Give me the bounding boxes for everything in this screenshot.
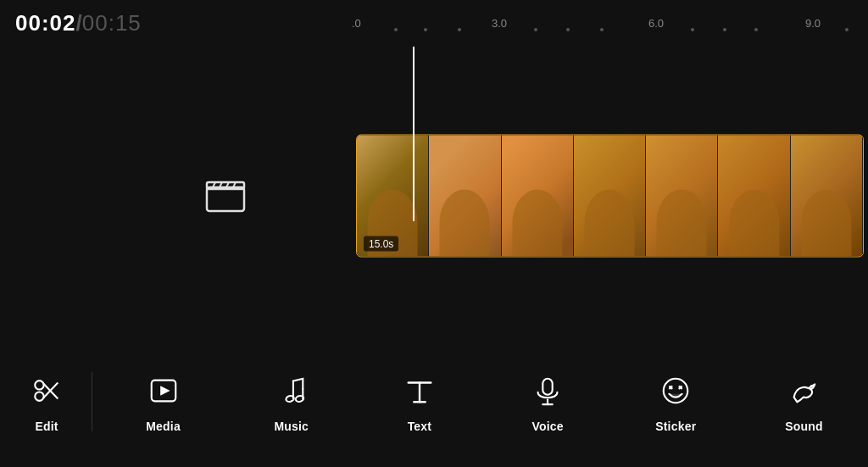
music-label: Music [274,420,309,433]
ruler-dot [845,28,849,31]
video-strip: 15.0s [356,134,864,257]
text-label: Text [408,420,432,433]
ruler-dot [424,28,427,31]
ruler-label: 3.0 [492,17,507,30]
sound-icon [783,370,824,411]
music-tool[interactable]: Music [227,362,355,442]
clapperboard-icon [203,177,248,214]
ruler-label: 6.0 [648,17,664,30]
ruler-dot [691,28,694,31]
timecode-current: 00:02 [15,10,76,36]
header: 00:02 / 00:15 .03.06.09.0 [0,0,868,47]
svg-point-15 [295,395,304,403]
media-tool[interactable]: Media [99,362,227,442]
timeline-area: 15.0s [0,47,868,344]
timecode-separator: / [76,10,82,36]
ruler-dot [458,28,461,31]
svg-point-6 [35,381,43,389]
media-label: Media [146,420,181,433]
ruler-dot [754,28,758,31]
playhead[interactable] [413,47,415,221]
video-frame [646,135,718,256]
edit-icon [26,370,67,411]
svg-point-29 [811,384,814,386]
ruler-dot [394,28,398,31]
text-icon [399,370,440,411]
video-frame [502,135,574,256]
svg-point-7 [35,392,43,400]
svg-rect-19 [542,378,552,394]
sound-label: Sound [785,420,823,433]
svg-point-22 [664,378,688,403]
edit-label: Edit [35,420,58,433]
toolbar: Edit Media Music [0,344,868,467]
video-frame [791,135,863,256]
clip-icon-area [203,177,248,214]
svg-point-14 [285,395,294,403]
voice-tool[interactable]: Voice [484,362,612,442]
ruler-label: .0 [352,17,361,30]
sound-tool[interactable]: Sound [740,362,868,442]
media-icon [143,370,184,411]
svg-marker-11 [160,386,170,395]
video-frame [574,135,646,256]
svg-rect-0 [207,187,244,211]
video-frame [429,135,501,256]
ruler-dot [600,28,604,31]
duration-badge: 15.0s [364,236,398,251]
voice-label: Voice [531,420,563,433]
ruler-label: 9.0 [805,17,821,30]
timecode-total: 00:15 [82,10,142,36]
timeline-ruler: .03.06.09.0 [348,0,868,47]
toolbar-divider [92,372,92,431]
sticker-icon [655,370,696,411]
ruler-dot [566,28,570,31]
ruler-dot [723,28,726,31]
ruler-dot [534,28,537,31]
voice-icon [527,370,568,411]
sticker-tool[interactable]: Sticker [612,362,740,442]
sticker-label: Sticker [655,420,696,433]
video-frame [718,135,790,256]
music-icon [271,370,312,411]
text-tool[interactable]: Text [355,362,483,442]
edit-tool[interactable]: Edit [0,362,85,442]
